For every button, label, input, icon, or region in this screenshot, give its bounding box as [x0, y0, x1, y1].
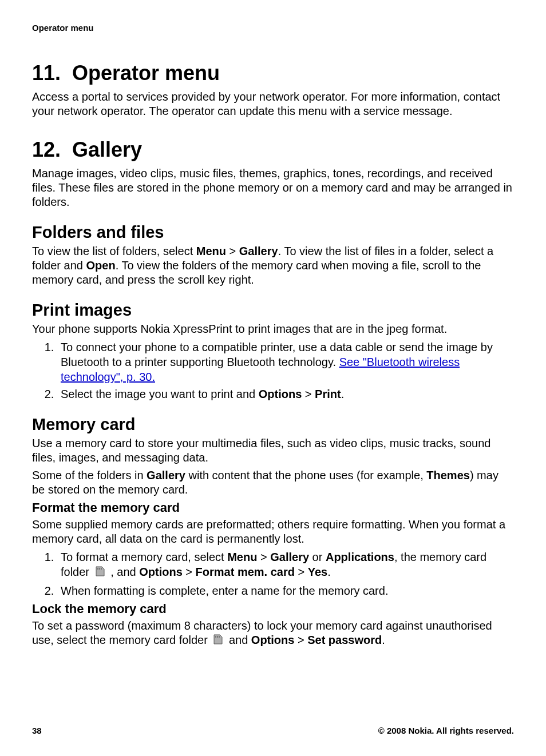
svg-rect-2 [101, 568, 102, 570]
format-heading: Format the memory card [32, 500, 514, 515]
section-title: Operator menu [72, 61, 220, 85]
footer: 38 © 2008 Nokia. All rights reserved. [32, 726, 514, 735]
ui-label-gallery: Gallery [239, 245, 278, 257]
section-11-heading: 11.Operator menu [32, 61, 514, 85]
format-body: Some supplied memory cards are preformat… [32, 518, 514, 546]
page-number: 38 [32, 726, 42, 735]
folders-body: To view the list of folders, select Menu… [32, 244, 514, 287]
ui-label-gallery: Gallery [147, 469, 185, 482]
ui-label-themes: Themes [426, 469, 470, 482]
section-12-heading: 12.Gallery [32, 138, 514, 162]
format-step-2: When formatting is complete, enter a nam… [57, 583, 514, 598]
ui-label-applications: Applications [326, 551, 394, 563]
print-steps: To connect your phone to a compatible pr… [32, 340, 514, 401]
format-steps: To format a memory card, select Menu > G… [32, 550, 514, 598]
print-heading: Print images [32, 301, 514, 320]
format-step-1: To format a memory card, select Menu > G… [57, 550, 514, 581]
ui-label-format-mem-card: Format mem. card [196, 566, 295, 578]
print-step-2: Select the image you want to print and O… [57, 387, 514, 401]
svg-rect-4 [217, 636, 218, 638]
page: Operator menu 11.Operator menu Access a … [0, 0, 546, 756]
ui-label-options: Options [251, 634, 295, 646]
lock-body: To set a password (maximum 8 characters)… [32, 619, 514, 649]
ui-label-menu: Menu [227, 551, 257, 563]
svg-rect-1 [99, 568, 100, 570]
ui-label-options: Options [139, 566, 183, 578]
section-number: 11. [32, 61, 61, 85]
memcard-heading: Memory card [32, 415, 514, 434]
ui-label-print: Print [315, 388, 341, 400]
ui-label-gallery: Gallery [270, 551, 309, 563]
memcard-body-1: Use a memory card to store your multimed… [32, 436, 514, 465]
section-11-body: Access a portal to services provided by … [32, 90, 514, 118]
copyright: © 2008 Nokia. All rights reserved. [378, 726, 514, 735]
ui-label-open: Open [86, 259, 116, 272]
print-step-1: To connect your phone to a compatible pr… [57, 340, 514, 384]
folders-heading: Folders and files [32, 223, 514, 242]
lock-heading: Lock the memory card [32, 602, 514, 616]
ui-label-set-password: Set password [307, 634, 382, 646]
memcard-body-2: Some of the folders in Gallery with cont… [32, 468, 514, 497]
ui-label-menu: Menu [196, 245, 226, 257]
section-number: 12. [32, 138, 61, 162]
svg-rect-5 [219, 636, 220, 638]
running-header: Operator menu [32, 23, 514, 33]
section-12-body: Manage images, video clips, music files,… [32, 166, 514, 209]
ui-label-options: Options [259, 388, 302, 400]
svg-rect-3 [215, 636, 216, 638]
memory-card-icon [212, 633, 224, 649]
svg-rect-0 [97, 568, 98, 570]
ui-label-yes: Yes [308, 566, 327, 578]
memory-card-icon [94, 565, 106, 581]
section-title: Gallery [72, 138, 142, 161]
print-body: Your phone supports Nokia XpressPrint to… [32, 322, 514, 336]
